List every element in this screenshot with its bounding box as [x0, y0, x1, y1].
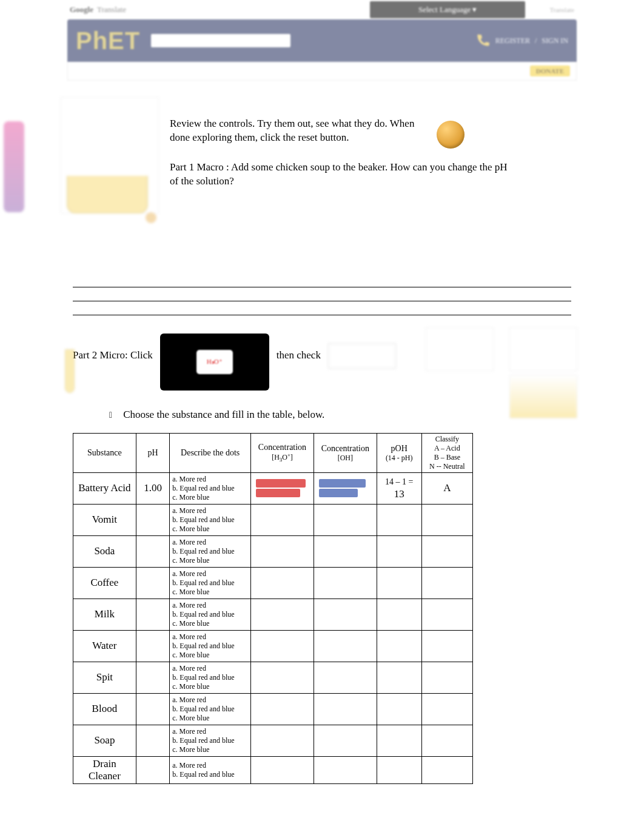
cell-classify — [421, 630, 472, 662]
answer-blank-lines — [73, 273, 571, 315]
cell-ph — [136, 630, 170, 662]
cell-oh — [314, 725, 377, 756]
th-substance: Substance — [73, 433, 136, 472]
cell-h3o — [251, 535, 314, 567]
table-row: Soapa. More redb. Equal red and bluec. M… — [73, 725, 473, 756]
cell-ph — [136, 599, 170, 630]
intro-text: Review the controls. Try them out, see w… — [73, 117, 424, 145]
cell-dots: a. More redb. Equal red and bluec. More … — [170, 567, 251, 599]
cell-substance: Vomit — [73, 504, 136, 535]
cell-classify — [421, 504, 472, 535]
cell-poh — [377, 630, 421, 662]
google-label: Google — [70, 5, 97, 15]
cell-poh — [377, 567, 421, 599]
cell-h3o — [251, 567, 314, 599]
cell-poh — [377, 535, 421, 567]
th-h3o: Concentration [H3O+] — [251, 433, 314, 472]
select-language: Select Language ▾ — [370, 1, 526, 18]
table-row: Coffeea. More redb. Equal red and bluec.… — [73, 567, 473, 599]
table-row: Spita. More redb. Equal red and bluec. M… — [73, 662, 473, 693]
table-row: Vomita. More redb. Equal red and bluec. … — [73, 504, 473, 535]
table-row: Watera. More redb. Equal red and bluec. … — [73, 630, 473, 662]
register-link: REGISTER — [495, 36, 530, 45]
cell-dots: a. More redb. Equal red and bluec. More … — [170, 504, 251, 535]
cell-substance: Coffee — [73, 567, 136, 599]
cell-substance: Water — [73, 630, 136, 662]
table-row: Blooda. More redb. Equal red and bluec. … — [73, 693, 473, 725]
part2-then-check: then check — [277, 334, 321, 361]
cell-substance: Blood — [73, 693, 136, 725]
cell-dots: a. More redb. Equal red and bluec. More … — [170, 630, 251, 662]
cell-classify: A — [421, 472, 472, 504]
handset-icon — [475, 33, 491, 49]
cell-oh — [314, 535, 377, 567]
cell-poh — [377, 662, 421, 693]
cell-oh — [314, 662, 377, 693]
donate-button: DONATE — [530, 65, 570, 76]
cell-classify — [421, 535, 472, 567]
cell-h3o — [251, 504, 314, 535]
cell-classify — [421, 756, 472, 783]
translate-tag: Translate — [549, 6, 574, 13]
cell-dots: a. More redb. Equal red and bluec. More … — [170, 599, 251, 630]
cell-substance: Soap — [73, 725, 136, 756]
cell-ph — [136, 567, 170, 599]
cell-ph — [136, 693, 170, 725]
th-ph: pH — [136, 433, 170, 472]
th-poh: pOH (14 - pH) — [377, 433, 421, 472]
cell-oh — [314, 504, 377, 535]
checkbox-graphic — [328, 343, 396, 369]
cell-h3o — [251, 599, 314, 630]
cell-ph: 1.00 — [136, 472, 170, 504]
part2-lead: Part 2 Micro: Click — [73, 334, 153, 361]
th-oh: Concentration [OH] — [314, 433, 377, 472]
cell-dots: a. More redb. Equal red and bluec. More … — [170, 693, 251, 725]
side-sim-thumbnails — [426, 327, 577, 418]
phet-search-input — [151, 34, 290, 47]
cell-substance: Spit — [73, 662, 136, 693]
cell-ph — [136, 535, 170, 567]
cell-ph — [136, 756, 170, 783]
cell-oh — [314, 693, 377, 725]
cell-h3o — [251, 756, 314, 783]
cell-classify — [421, 662, 472, 693]
th-classify: Classify A – Acid B – Base N -- Neutral — [421, 433, 472, 472]
micro-button-inner: H₃O⁺ — [196, 350, 233, 374]
ph-table: Substance pH Describe the dots Concentra… — [73, 433, 473, 784]
cell-h3o — [251, 472, 314, 504]
cell-classify — [421, 567, 472, 599]
cell-substance: Milk — [73, 599, 136, 630]
signin-link: SIGN IN — [542, 36, 568, 45]
cell-h3o — [251, 725, 314, 756]
cell-oh — [314, 756, 377, 783]
table-row: Milka. More redb. Equal red and bluec. M… — [73, 599, 473, 630]
cell-poh — [377, 693, 421, 725]
cell-classify — [421, 599, 472, 630]
cell-h3o — [251, 662, 314, 693]
cell-ph — [136, 725, 170, 756]
cell-oh — [314, 630, 377, 662]
cell-substance: Drain Cleaner — [73, 756, 136, 783]
cell-poh — [377, 504, 421, 535]
cell-dots: a. More redb. Equal red and bluec. More … — [170, 472, 251, 504]
table-row: Drain Cleanera. More redb. Equal red and… — [73, 756, 473, 783]
cell-h3o — [251, 693, 314, 725]
cell-oh — [314, 472, 377, 504]
cell-dots: a. More redb. Equal red and bluec. More … — [170, 725, 251, 756]
table-row: Battery Acid1.00a. More redb. Equal red … — [73, 472, 473, 504]
phet-header: Google Translate Select Language ▾ Trans… — [67, 0, 577, 81]
cell-h3o — [251, 630, 314, 662]
part1-text: Part 1 Macro : Add some chicken soup to … — [170, 161, 509, 189]
cell-ph — [136, 504, 170, 535]
cell-classify — [421, 725, 472, 756]
cell-substance: Soda — [73, 535, 136, 567]
translate-label: Translate — [97, 5, 126, 15]
cell-oh — [314, 599, 377, 630]
cell-poh — [377, 756, 421, 783]
cell-dots: a. More redb. Equal red and bluec. More … — [170, 535, 251, 567]
th-dots: Describe the dots — [170, 433, 251, 472]
reset-button-graphic — [437, 121, 465, 149]
table-row: Sodaa. More redb. Equal red and bluec. M… — [73, 535, 473, 567]
list-bullet-icon:  — [109, 410, 112, 420]
cell-dots: a. More redb. Equal red and bluec. More … — [170, 662, 251, 693]
